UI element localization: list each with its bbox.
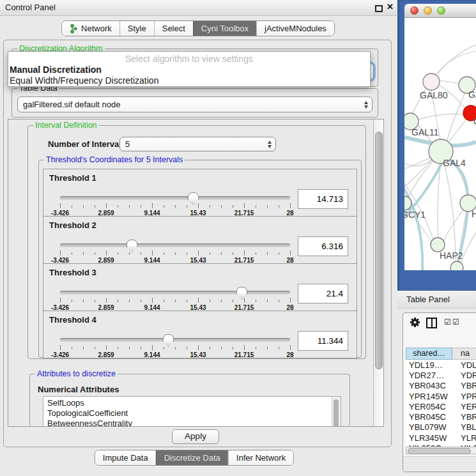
close-icon[interactable]: ✕ — [387, 2, 394, 12]
tick-mark — [141, 205, 141, 208]
tick-mark — [175, 205, 176, 208]
tick-mark — [118, 205, 118, 208]
threshold-slider[interactable]: -3.4262.8599.14415.4321.71528 — [60, 243, 290, 263]
tick-mark — [106, 250, 107, 256]
cell-shared-name: YBR043C — [406, 381, 452, 390]
attribute-list-item[interactable]: TopologicalCoefficient — [43, 408, 341, 418]
threshold-slider[interactable]: -3.4262.8599.14415.4321.71528 — [60, 338, 290, 357]
float-window-icon[interactable] — [375, 5, 383, 12]
threshold-panel-3: Threshold 3-3.4262.8599.14415.4321.71528 — [43, 263, 357, 311]
table-row[interactable]: YBL079WYBL0 — [406, 422, 476, 433]
tab-style[interactable]: Style — [119, 21, 154, 36]
threshold-slider[interactable]: -3.4262.8599.14415.4321.71528 — [60, 196, 290, 215]
network-graph: GAL80GACGAL11GAL4GCY1HHAP2 — [404, 18, 476, 270]
column-view-icon[interactable] — [426, 318, 437, 328]
network-node-hap2[interactable] — [431, 238, 445, 252]
tick-mark — [256, 252, 256, 255]
threshold-value-field[interactable] — [298, 331, 348, 351]
tick-mark — [175, 252, 176, 255]
tick-mark — [221, 300, 222, 302]
table-row[interactable]: YLR345WYLR3 — [406, 433, 476, 443]
list-scrollbar-thumb[interactable] — [334, 399, 339, 427]
tick-mark — [290, 203, 291, 208]
cell-shared-name: YPR145W — [406, 392, 452, 401]
scrollbar-thumb[interactable] — [375, 132, 383, 369]
minimize-traffic-light-icon[interactable] — [424, 6, 432, 15]
number-of-intervals-label: Number of Intervals — [48, 139, 126, 149]
close-traffic-light-icon[interactable] — [410, 6, 418, 15]
table-body: YDL19…YDL1YDR27…YDR2YBR043CYBR0YPR145WYP… — [406, 360, 476, 447]
tab-discretize-data[interactable]: Discretize Data — [156, 450, 228, 465]
tick-mark — [83, 252, 84, 255]
tab-cyni-toolbox[interactable]: Cyni Toolbox — [193, 21, 256, 36]
threshold-value-field[interactable] — [298, 284, 348, 303]
horizontal-scrollbar-thumb[interactable] — [408, 448, 471, 454]
slider-ticks — [60, 298, 290, 303]
combo-spinner-icon — [364, 101, 368, 109]
table-row[interactable]: YDR27…YDR2 — [406, 370, 476, 380]
tab-jactivemnodules[interactable]: jActiveMNodules — [256, 21, 334, 36]
algorithm-option[interactable]: Equal Width/Frequency Discretization — [10, 75, 158, 86]
table-header-row: shared… na — [406, 348, 476, 360]
list-scrollbar[interactable] — [332, 397, 341, 426]
network-node-gal80[interactable] — [423, 73, 440, 90]
table-row[interactable]: YDL19…YDL1 — [406, 360, 476, 370]
scale-label: 2.859 — [98, 351, 114, 358]
table-panel-title: Table Panel — [406, 295, 450, 304]
select-all-checkbox-icon[interactable]: ☑ — [444, 318, 451, 326]
threshold-value-field[interactable] — [298, 189, 348, 209]
table-row[interactable]: YBR043CYBR0 — [406, 381, 476, 391]
tick-mark — [290, 298, 291, 303]
slider-track[interactable] — [60, 291, 290, 295]
attributes-group-title: Attributes to discretize — [35, 369, 118, 378]
slider-ticks — [60, 345, 290, 351]
network-node-label: GAL11 — [411, 127, 439, 137]
zoom-traffic-light-icon[interactable] — [437, 6, 445, 15]
tick-mark — [60, 345, 61, 350]
number-of-intervals-combobox[interactable]: 5 — [119, 137, 276, 151]
attribute-list-item[interactable]: SelfLoops — [43, 398, 341, 408]
table-row[interactable]: YER054CYER0 — [406, 401, 476, 411]
threshold-slider[interactable]: -3.4262.8599.14415.4321.71528 — [60, 291, 290, 310]
tick-mark — [164, 300, 164, 302]
tick-mark — [244, 203, 245, 208]
network-node-label: GAL80 — [420, 90, 448, 100]
tick-mark — [256, 300, 256, 302]
tick-mark — [198, 250, 199, 256]
column-header-name[interactable]: na — [452, 348, 476, 360]
panel-title: Control Panel — [5, 3, 56, 12]
column-header-shared-name[interactable]: shared… — [406, 348, 452, 360]
tab-label: Network — [81, 24, 112, 33]
algorithm-option[interactable]: Manual Discretization — [10, 65, 102, 75]
tab-network[interactable]: Network — [62, 21, 119, 36]
horizontal-scrollbar[interactable] — [406, 447, 476, 454]
table-panel-footer — [403, 456, 476, 472]
number-of-intervals-value: 5 — [125, 139, 130, 149]
tab-label: Infer Network — [236, 453, 286, 463]
cell-shared-name: YDR27… — [406, 371, 452, 380]
unselect-all-checkbox-icon[interactable]: ☑ — [452, 318, 459, 326]
tab-select[interactable]: Select — [154, 21, 193, 36]
network-canvas[interactable]: GAL80GACGAL11GAL4GCY1HHAP2 — [404, 18, 476, 270]
table-data-combobox[interactable]: galFiltered.sif default node — [17, 96, 372, 112]
slider-track[interactable] — [60, 196, 290, 200]
table-row[interactable]: YPR145WYPR1 — [406, 391, 476, 401]
tick-mark — [233, 205, 233, 208]
settings-gear-icon[interactable] — [410, 317, 420, 330]
attribute-list-item[interactable]: BetweennessCentrality — [43, 418, 341, 427]
tab-impute-data[interactable]: Impute Data — [95, 450, 156, 465]
tab-infer-network[interactable]: Infer Network — [228, 450, 293, 465]
interval-definition-group: Interval Definition Number of Intervals … — [27, 125, 366, 359]
network-node-partial[interactable] — [450, 261, 463, 270]
threshold-value-field[interactable] — [298, 236, 348, 256]
apply-button[interactable]: Apply — [172, 429, 219, 444]
slider-track[interactable] — [60, 338, 290, 342]
control-panel-titlebar: Control Panel ✕ — [0, 0, 397, 16]
slider-track[interactable] — [60, 243, 290, 247]
threshold-label: Threshold 2 — [49, 220, 96, 230]
vertical-scrollbar[interactable] — [373, 119, 383, 426]
table-row[interactable]: YBR045CYBR0 — [406, 411, 476, 422]
tick-mark — [187, 347, 187, 349]
threshold-panel-1: Threshold 1-3.4262.8599.14415.4321.71528 — [43, 169, 357, 217]
threshold-label: Threshold 4 — [49, 315, 96, 325]
